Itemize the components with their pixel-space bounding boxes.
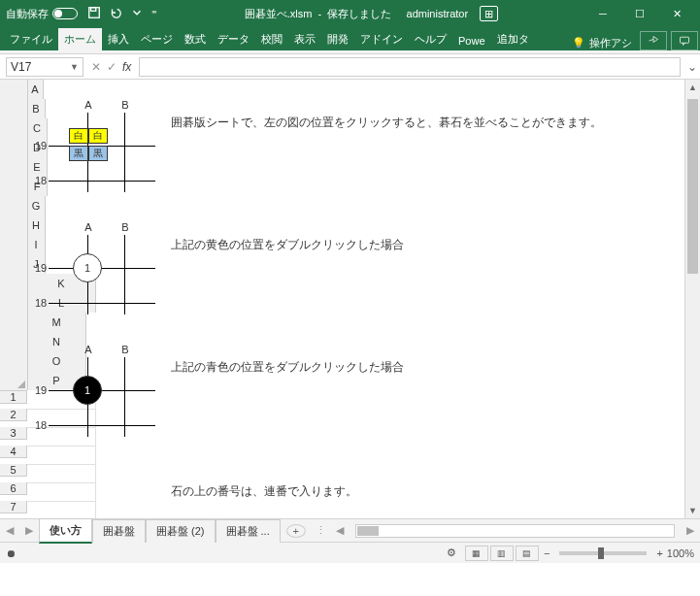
tab-insert[interactable]: 挿入 — [102, 28, 135, 50]
col-header[interactable]: O — [28, 351, 86, 371]
tell-me-search[interactable]: 💡 操作アシ — [566, 36, 638, 50]
account-icon[interactable]: ⊞ — [480, 6, 498, 21]
select-all-corner[interactable] — [0, 80, 27, 390]
cell[interactable] — [27, 464, 96, 482]
toggle-icon — [52, 8, 78, 19]
quick-access-toolbar: ⁼ — [87, 6, 157, 21]
go-row-label: 18 — [35, 419, 47, 431]
col-header[interactable]: H — [28, 215, 46, 235]
col-header[interactable]: B — [28, 99, 46, 118]
col-header[interactable]: N — [28, 332, 86, 351]
cell[interactable] — [27, 446, 96, 464]
row-header[interactable]: 3 — [0, 427, 27, 440]
scroll-down-icon[interactable]: ▼ — [685, 503, 700, 518]
normal-view-button[interactable]: ▦ — [465, 546, 488, 561]
cell[interactable] — [27, 501, 96, 518]
page-layout-view-button[interactable]: ▥ — [490, 546, 514, 561]
col-header[interactable]: C — [28, 118, 48, 138]
comments-button[interactable] — [671, 31, 698, 50]
display-settings-icon[interactable]: ⚙ — [447, 546, 456, 559]
macro-record-icon[interactable]: ⏺ — [6, 547, 17, 559]
go-col-label: A — [82, 99, 95, 111]
maximize-button[interactable]: ☐ — [622, 2, 657, 25]
row-header[interactable]: 2 — [0, 409, 27, 421]
close-button[interactable]: ✕ — [659, 2, 694, 25]
save-icon[interactable] — [87, 6, 101, 21]
svg-rect-1 — [91, 8, 96, 12]
name-box[interactable]: V17 ▼ — [6, 57, 83, 77]
tab-formulas[interactable]: 数式 — [179, 28, 212, 50]
scroll-up-icon[interactable]: ▲ — [685, 80, 700, 95]
tab-view[interactable]: 表示 — [288, 28, 321, 50]
minimize-button[interactable]: ─ — [585, 2, 620, 25]
sheet-tab[interactable]: 囲碁盤 (2) — [146, 519, 216, 543]
sheet-tab[interactable]: 囲碁盤 — [92, 519, 146, 543]
go-col-label: B — [118, 99, 132, 111]
tab-help[interactable]: ヘルプ — [409, 28, 452, 50]
row-header[interactable]: 4 — [0, 446, 27, 458]
col-header[interactable]: A — [28, 80, 44, 99]
zoom-out-button[interactable]: − — [544, 547, 550, 559]
stone-marker-black[interactable]: 黒 — [88, 146, 108, 161]
stone-marker-white[interactable]: 白 — [88, 128, 108, 144]
tab-power[interactable]: Powe — [452, 31, 491, 50]
add-sheet-button[interactable]: + — [286, 524, 306, 538]
col-header[interactable]: I — [28, 235, 46, 254]
row-header[interactable]: 7 — [0, 501, 27, 513]
tab-developer[interactable]: 開発 — [321, 28, 354, 50]
row-header[interactable]: 5 — [0, 464, 27, 477]
hscroll-left[interactable]: ◀ — [330, 524, 350, 537]
col-header[interactable]: M — [28, 313, 86, 332]
tab-page[interactable]: ページ — [135, 28, 179, 50]
go-col-label: B — [118, 221, 132, 233]
autosave-toggle[interactable]: 自動保存 — [6, 7, 78, 21]
formula-bar: V17 ▼ ✕ ✓ fx ⌄ — [0, 54, 700, 80]
sheet-nav-next[interactable]: ▶ — [19, 524, 39, 537]
white-stone[interactable]: 1 — [73, 253, 102, 282]
zoom-slider[interactable] — [559, 551, 647, 555]
go-col-label: A — [82, 344, 95, 355]
scroll-thumb[interactable] — [687, 99, 698, 274]
col-header[interactable]: G — [28, 196, 46, 215]
share-button[interactable] — [640, 31, 667, 50]
formula-expand-icon[interactable]: ⌄ — [684, 60, 700, 74]
tab-extra[interactable]: 追加タ — [491, 28, 535, 50]
enter-formula-icon[interactable]: ✓ — [107, 60, 117, 74]
row-header[interactable]: 1 — [0, 391, 27, 404]
chevron-down-icon: ▼ — [70, 62, 79, 72]
undo-icon[interactable] — [109, 6, 122, 21]
stone-marker-white[interactable]: 白 — [69, 128, 88, 144]
sheet-tab[interactable]: 囲碁盤 ... — [216, 519, 281, 543]
worksheet-area: A B C D E F G H I J K L M N O P 1 2 3 4 — [0, 80, 700, 518]
lightbulb-icon: 💡 — [572, 37, 585, 50]
redo-dropdown-icon[interactable] — [130, 6, 144, 21]
col-header[interactable]: E — [28, 157, 48, 177]
tab-data[interactable]: データ — [212, 28, 255, 50]
tab-addins[interactable]: アドイン — [354, 28, 409, 50]
vertical-scrollbar[interactable]: ▲ ▼ — [684, 80, 700, 518]
hscroll-right[interactable]: ▶ — [681, 524, 700, 537]
cancel-formula-icon[interactable]: ✕ — [91, 60, 101, 74]
sheet-nav-prev[interactable]: ◀ — [0, 524, 19, 537]
zoom-in-button[interactable]: + — [656, 547, 662, 559]
page-break-view-button[interactable]: ▤ — [516, 546, 539, 561]
tab-review[interactable]: 校閲 — [255, 28, 288, 50]
black-stone[interactable]: 1 — [73, 376, 102, 405]
sheet-tab-bar: ◀ ▶ 使い方 囲碁盤 囲碁盤 (2) 囲碁盤 ... + ⋮ ◀ ▶ — [0, 518, 700, 542]
scroll-thumb[interactable] — [357, 526, 379, 536]
ribbon-tabs: ファイル ホーム 挿入 ページ 数式 データ 校閲 表示 開発 アドイン ヘルプ… — [0, 27, 700, 50]
sheet-tab[interactable]: 使い方 — [39, 518, 92, 544]
formula-input[interactable] — [139, 57, 681, 77]
stone-marker-black[interactable]: 黒 — [69, 146, 88, 161]
window-title: 囲碁並べ.xlsm - 保存しました administrator ⊞ — [157, 7, 585, 21]
fx-icon[interactable]: fx — [122, 60, 131, 74]
tab-home[interactable]: ホーム — [58, 28, 102, 50]
horizontal-scrollbar[interactable] — [355, 524, 675, 538]
zoom-level[interactable]: 100% — [667, 547, 694, 559]
sequential-note: 石の上の番号は、連番で入ります。 — [171, 483, 357, 500]
cell[interactable] — [27, 482, 96, 501]
svg-rect-2 — [681, 37, 689, 43]
tab-file[interactable]: ファイル — [4, 28, 58, 50]
row-header[interactable]: 6 — [0, 482, 27, 495]
diagram-description: 囲碁版シートで、左の図の位置をクリックすると、碁石を並べることができます。 — [171, 115, 602, 131]
